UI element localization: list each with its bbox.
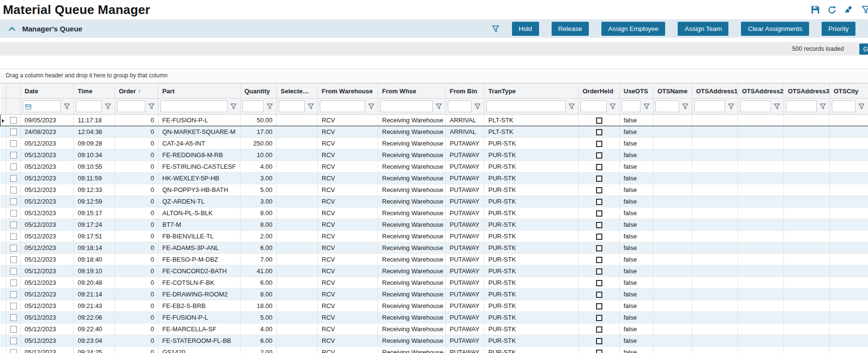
filter-funnel-button[interactable]: [265, 101, 274, 112]
filter-funnel-button[interactable]: [434, 101, 443, 112]
filter-input-selecte[interactable]: [279, 101, 305, 112]
filter-funnel-button[interactable]: [306, 101, 315, 112]
column-header-otsaddress2[interactable]: OTSAddress2: [738, 84, 784, 99]
filter-funnel-button[interactable]: [62, 101, 71, 112]
table-row[interactable]: 05/12/202309:22:060FE-FUSION-P-L5.00RCVR…: [0, 312, 868, 324]
row-checkbox[interactable]: [10, 291, 17, 298]
filter-funnel-button[interactable]: [772, 101, 782, 112]
orderheld-checkbox[interactable]: [596, 326, 602, 333]
orderheld-checkbox[interactable]: [596, 222, 602, 228]
orderheld-checkbox[interactable]: [596, 152, 602, 159]
filter-funnel-button[interactable]: [680, 101, 690, 112]
row-checkbox[interactable]: [10, 175, 17, 182]
date-filter-input[interactable]: [23, 101, 61, 112]
table-row[interactable]: 05/12/202309:24:250GS14202.00RCVReceivin…: [0, 347, 868, 353]
filter-funnel-button[interactable]: [567, 101, 576, 112]
filter-funnel-button[interactable]: [146, 101, 156, 112]
table-row[interactable]: 05/12/202309:12:590QZ-ARDEN-TL3.00RCVRec…: [0, 196, 868, 207]
orderheld-checkbox[interactable]: [596, 164, 602, 170]
orderheld-checkbox[interactable]: [596, 199, 602, 205]
filter-input-from-whse[interactable]: [380, 101, 433, 112]
assign-employee-button[interactable]: Assign Employee: [601, 22, 665, 36]
row-checkbox[interactable]: [10, 245, 17, 251]
column-header-otscity[interactable]: OTSCity: [830, 84, 868, 99]
filter-input-from-bin[interactable]: [448, 101, 471, 112]
row-checkbox[interactable]: [10, 163, 17, 170]
orderheld-checkbox[interactable]: [596, 303, 602, 309]
column-header-trantype[interactable]: TranType: [484, 84, 579, 99]
column-header-selecte[interactable]: Selecte…: [277, 84, 318, 99]
filter-input-order[interactable]: [117, 101, 145, 112]
orderheld-checkbox[interactable]: [596, 118, 602, 124]
go-button[interactable]: G: [859, 44, 868, 55]
row-checkbox[interactable]: [10, 256, 17, 263]
row-checkbox[interactable]: [10, 140, 17, 147]
table-row[interactable]: 05/12/202309:10:550FE-STIRLING-CASTLESF4…: [0, 161, 868, 173]
filter-input-from-warehouse[interactable]: [320, 101, 365, 112]
table-row[interactable]: 09/05/202311:17:180FE-FUSION-P-L50.00RCV…: [0, 115, 868, 126]
refresh-icon[interactable]: [827, 5, 837, 15]
row-checkbox[interactable]: [10, 314, 17, 321]
row-checkbox[interactable]: [10, 303, 17, 309]
column-header-time[interactable]: Time: [74, 84, 115, 99]
release-button[interactable]: Release: [552, 22, 589, 36]
row-checkbox[interactable]: [10, 187, 17, 193]
column-header-quantity[interactable]: Quantity: [241, 84, 277, 99]
table-row[interactable]: 05/12/202309:12:330QN-POPPY3-HB-BATH5.00…: [0, 184, 868, 196]
table-row[interactable]: 05/12/202309:19:100FE-CONCORD2-BATH41.00…: [0, 265, 868, 277]
filter-input-part[interactable]: [160, 101, 228, 112]
row-checkbox[interactable]: [10, 198, 17, 205]
table-row[interactable]: 05/12/202309:17:240BT7-M8.00RCVReceiving…: [0, 219, 868, 231]
orderheld-checkbox[interactable]: [596, 338, 602, 344]
column-header-date[interactable]: Date: [21, 84, 74, 99]
filter-funnel-button[interactable]: [641, 101, 651, 112]
orderheld-checkbox[interactable]: [596, 234, 602, 240]
save-icon[interactable]: [811, 5, 820, 14]
filter-input-useots[interactable]: [622, 101, 640, 112]
filter-funnel-button[interactable]: [228, 101, 238, 112]
column-header-otsaddress3[interactable]: OTSAddress3: [784, 84, 830, 99]
table-row[interactable]: 05/12/202309:22:400FE-MARCELLA-SF4.00RCV…: [0, 324, 868, 335]
column-header-from-whse[interactable]: From Whse: [378, 84, 446, 99]
assign-team-button[interactable]: Assign Team: [678, 22, 728, 36]
column-header-from-bin[interactable]: From Bin: [446, 84, 484, 99]
column-header-otsname[interactable]: OTSName: [654, 84, 692, 99]
orderheld-checkbox[interactable]: [596, 350, 602, 353]
filter-input-otsname[interactable]: [655, 101, 679, 112]
priority-button[interactable]: Priority: [822, 22, 855, 36]
column-header-useots[interactable]: UseOTS: [620, 84, 654, 99]
orderheld-checkbox[interactable]: [596, 280, 602, 286]
orderheld-checkbox[interactable]: [596, 176, 602, 182]
select-all-header[interactable]: [6, 84, 21, 99]
row-checkbox[interactable]: [10, 349, 17, 353]
table-row[interactable]: 24/08/202312:04:380QN-MARKET-SQUARE-M17.…: [0, 126, 868, 138]
column-header-from-warehouse[interactable]: From Warehouse: [318, 84, 378, 99]
table-row[interactable]: 05/12/202309:17:510FB-BIENVILLE-TL2.00RC…: [0, 231, 868, 242]
row-checkbox[interactable]: [10, 326, 17, 333]
table-row[interactable]: 05/12/202309:21:430FE-EB2-S-BRB18.00RCVR…: [0, 300, 868, 312]
filter-input-time[interactable]: [76, 101, 102, 112]
filter-input-otsaddress3[interactable]: [786, 101, 817, 112]
filter-input-otsaddress1[interactable]: [694, 101, 725, 112]
orderheld-checkbox[interactable]: [596, 257, 602, 263]
row-checkbox[interactable]: [10, 268, 17, 275]
orderheld-checkbox[interactable]: [596, 292, 602, 298]
hold-button[interactable]: Hold: [512, 22, 539, 36]
row-checkbox[interactable]: [10, 221, 17, 228]
table-row[interactable]: 05/12/202309:15:170ALTON-PL-S-BLK8.00RCV…: [0, 207, 868, 219]
column-header-orderheld[interactable]: OrderHeld: [579, 84, 620, 99]
filter-input-otsaddress2[interactable]: [740, 101, 771, 112]
row-checkbox[interactable]: [10, 152, 17, 159]
table-row[interactable]: 05/12/202309:11:590HK-WEXLEY-5P-HB3.00RC…: [0, 173, 868, 184]
table-row[interactable]: 05/12/202309:10:340FE-REDDING8-M-RB10.00…: [0, 149, 868, 161]
sweep-clear-icon[interactable]: [844, 5, 854, 15]
filter-input-quantity[interactable]: [242, 101, 264, 112]
table-row[interactable]: 05/12/202309:18:140FE-ADAMS-3P-ANL6.00RC…: [0, 242, 868, 254]
clear-assignments-button[interactable]: Clear Assignments: [741, 22, 809, 36]
column-header-otsaddress1[interactable]: OTSAddress1: [692, 84, 738, 99]
row-checkbox[interactable]: [10, 233, 17, 240]
table-row[interactable]: 05/12/202309:18:400FE-BESO-P-M-DBZ7.00RC…: [0, 254, 868, 265]
filter-funnel-button[interactable]: [856, 101, 866, 112]
column-header-order[interactable]: Order↑: [115, 84, 158, 99]
filter-funnel-button[interactable]: [472, 101, 482, 112]
